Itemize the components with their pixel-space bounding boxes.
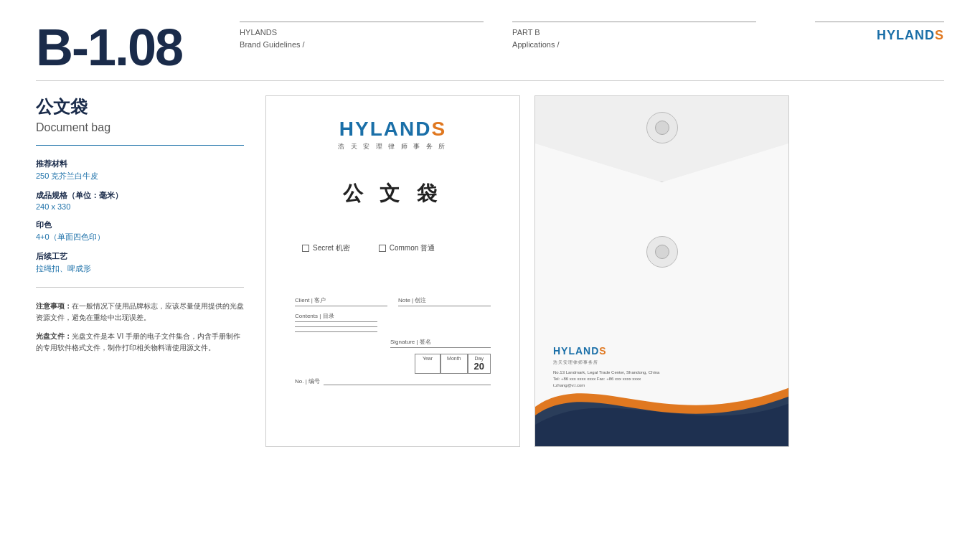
note-section: 注意事项：在一般情况下使用品牌标志，应该尽量使用提供的光盘资源文件，避免在重绘中… xyxy=(36,301,244,354)
no-line xyxy=(324,385,491,385)
part-text: PART B Applications / xyxy=(512,27,756,50)
contents-line3 xyxy=(295,331,377,332)
spec-material-value: 250 克芥兰白牛皮 xyxy=(36,171,244,182)
year-value xyxy=(421,361,434,372)
spec-color: 印色 4+0（单面四色印） xyxy=(36,220,244,242)
part-section: PART B Applications / xyxy=(512,22,756,56)
doc-title-zh: 公文袋 xyxy=(36,95,244,118)
no-row: No. | 编号 xyxy=(295,377,491,385)
day-value: 20 xyxy=(474,361,484,372)
note-label: Note | 创注 xyxy=(398,296,491,304)
back-latch-top xyxy=(646,112,678,143)
header-logo: HYLANDS xyxy=(815,27,944,43)
part-divider xyxy=(512,22,756,22)
checkbox-secret-box xyxy=(302,245,309,252)
spec-material: 推荐材料 250 克芥兰白牛皮 xyxy=(36,159,244,182)
envelope-back: HYLANDS 浩天安理律师事务所 No.13 Landmark, Legal … xyxy=(534,95,789,447)
envelope-logo-area: HYLANDS 浩 天 安 理 律 师 事 务 所 xyxy=(338,118,447,151)
day-cell: Day 20 xyxy=(468,354,491,374)
contents-line2 xyxy=(295,326,377,327)
checkbox-common-label: Common 普通 xyxy=(390,243,435,253)
spec-material-label: 推荐材料 xyxy=(36,159,244,169)
sidebar-divider-top xyxy=(36,145,244,146)
note2: 光盘文件：光盘文件是本 VI 手册的电子文件集合，内含手册制作的专用软件格式文件… xyxy=(36,331,244,354)
right-fields: Signature | 签名 Year Month xyxy=(295,338,491,374)
back-logo: HYLANDS xyxy=(553,344,659,357)
left-sidebar: 公文袋 Document bag 推荐材料 250 克芥兰白牛皮 成品规格（单位… xyxy=(36,95,244,447)
signature-line xyxy=(390,347,491,348)
page-number: B-1.08 xyxy=(36,22,182,73)
contents-line xyxy=(295,321,377,322)
page: B-1.08 HYLANDS Brand Guidelines / PART B… xyxy=(0,0,980,551)
spec-size-value: 240 x 330 xyxy=(36,202,244,211)
contents-label: Contents | 目录 xyxy=(295,312,491,320)
breadcrumb-section: HYLANDS Brand Guidelines / xyxy=(240,22,484,56)
envelope-front: HYLANDS 浩 天 安 理 律 师 事 务 所 公 文 袋 Secret 机… xyxy=(265,95,520,447)
year-label: Year xyxy=(423,356,433,361)
month-label: Month xyxy=(447,356,461,361)
main-content: 公文袋 Document bag 推荐材料 250 克芥兰白牛皮 成品规格（单位… xyxy=(36,95,944,447)
sidebar-divider-mid xyxy=(36,287,244,288)
checkbox-secret-label: Secret 机密 xyxy=(313,243,350,253)
back-latch-bottom xyxy=(646,236,678,268)
envelope-checkboxes: Secret 机密 Common 普通 xyxy=(288,243,435,253)
client-field: Client | 客户 xyxy=(295,296,387,306)
envelope-logo-sub: 浩 天 安 理 律 师 事 务 所 xyxy=(338,142,447,151)
breadcrumb-text: HYLANDS Brand Guidelines / xyxy=(240,27,484,50)
contents-field: Contents | 目录 xyxy=(295,312,491,332)
header-logo-divider xyxy=(815,22,944,22)
month-cell: Month xyxy=(440,354,467,374)
back-address: No.13 Landmark, Legal Trade Center, Shan… xyxy=(553,369,659,389)
client-label: Client | 客户 xyxy=(295,296,387,304)
date-row: Year Month Day 20 xyxy=(295,354,491,374)
checkbox-common-box xyxy=(379,245,386,252)
spec-size-label: 成品规格（单位：毫米） xyxy=(36,190,244,201)
right-content: HYLANDS 浩 天 安 理 律 师 事 务 所 公 文 袋 Secret 机… xyxy=(265,95,944,447)
spec-size: 成品规格（单位：毫米） 240 x 330 xyxy=(36,190,244,211)
header: B-1.08 HYLANDS Brand Guidelines / PART B… xyxy=(36,22,944,81)
year-cell: Year xyxy=(415,354,440,374)
day-label: Day xyxy=(475,356,484,361)
checkbox-secret: Secret 机密 xyxy=(302,243,350,253)
spec-process: 后续工艺 拉绳扣、啤成形 xyxy=(36,251,244,274)
envelope-logo: HYLANDS xyxy=(338,118,447,141)
header-logo-section: HYLANDS xyxy=(815,22,944,49)
note-field: Note | 创注 xyxy=(398,296,491,306)
back-logo-sub: 浩天安理律师事务所 xyxy=(553,359,659,366)
no-label: No. | 编号 xyxy=(295,377,320,385)
spec-process-label: 后续工艺 xyxy=(36,251,244,262)
envelope-fields: Client | 客户 Note | 创注 Contents | 目录 xyxy=(288,296,498,385)
back-bottom-design: HYLANDS 浩天安理律师事务所 No.13 Landmark, Legal … xyxy=(535,303,788,446)
spec-color-value: 4+0（单面四色印） xyxy=(36,232,244,242)
back-latch-bottom-inner xyxy=(655,245,669,259)
breadcrumb-divider xyxy=(240,22,484,22)
spec-process-value: 拉绳扣、啤成形 xyxy=(36,263,244,274)
spec-color-label: 印色 xyxy=(36,220,244,230)
client-line xyxy=(295,306,387,306)
back-info-area: HYLANDS 浩天安理律师事务所 No.13 Landmark, Legal … xyxy=(553,344,659,389)
doc-title-en: Document bag xyxy=(36,121,244,134)
checkbox-common: Common 普通 xyxy=(379,243,435,253)
note-line xyxy=(398,306,491,306)
signature-label: Signature | 签名 xyxy=(390,338,491,346)
client-note-row: Client | 客户 Note | 创注 xyxy=(295,296,491,306)
note1: 注意事项：在一般情况下使用品牌标志，应该尽量使用提供的光盘资源文件，避免在重绘中… xyxy=(36,301,244,324)
back-latch-top-inner xyxy=(655,121,669,135)
envelope-title: 公 文 袋 xyxy=(343,180,443,207)
signature-field: Signature | 签名 xyxy=(390,338,491,348)
month-value xyxy=(450,361,458,372)
signature-row: Signature | 签名 xyxy=(295,338,491,348)
